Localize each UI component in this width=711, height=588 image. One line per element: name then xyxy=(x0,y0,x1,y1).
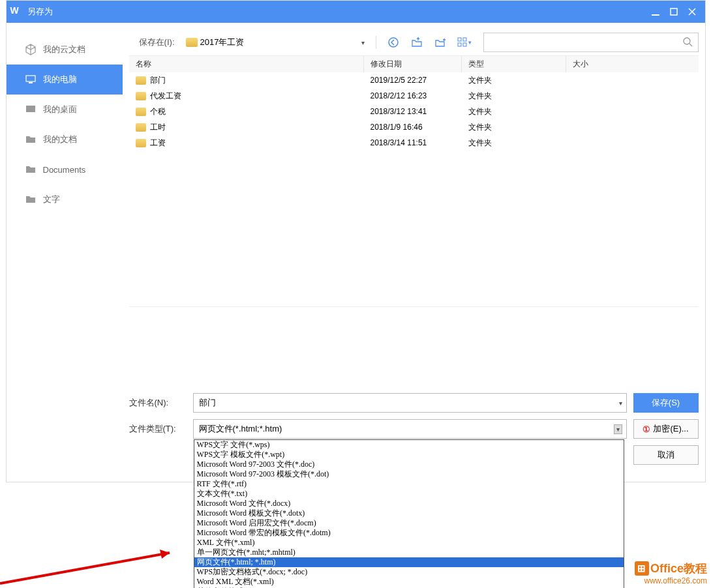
save-as-dialog: W 另存为 我的云文档 我的电脑 我的桌面 我的文档 xyxy=(6,0,706,482)
encrypt-button[interactable]: ①加密(E)... xyxy=(633,419,699,439)
filetype-option[interactable]: Word XML 文档(*.xml) xyxy=(194,577,624,587)
sidebar-item-label: 我的电脑 xyxy=(43,74,77,85)
sidebar-item-label: 我的云文档 xyxy=(43,44,85,55)
toolbar: 保存在(I): 2017年工资 ▾ ▾ xyxy=(129,29,699,55)
chevron-down-icon[interactable]: ▾ xyxy=(619,400,622,407)
filetype-label: 文件类型(T): xyxy=(129,423,187,435)
filetype-option[interactable]: Microsoft Word 文件(*.docx) xyxy=(194,499,624,508)
svg-point-10 xyxy=(684,38,690,44)
sidebar-item-desktop[interactable]: 我的桌面 xyxy=(7,95,123,125)
folder-icon xyxy=(136,123,146,132)
filetype-option[interactable]: Microsoft Word 带宏的模板文件(*.dotm) xyxy=(194,528,624,538)
main-panel: 保存在(I): 2017年工资 ▾ ▾ 名称 xyxy=(123,23,705,482)
monitor-icon xyxy=(25,74,37,85)
sidebar-item-documents[interactable]: Documents xyxy=(7,154,123,184)
sidebar-item-label: 我的桌面 xyxy=(43,104,77,115)
office-logo-icon: ⊞ xyxy=(635,561,649,576)
svg-line-11 xyxy=(0,553,170,583)
cube-icon xyxy=(25,44,37,55)
close-button[interactable] xyxy=(683,3,701,20)
save-button[interactable]: 保存(S) xyxy=(633,393,699,413)
filetype-option[interactable]: 单一网页文件(*.mht;*.mhtml) xyxy=(194,548,624,557)
folder-icon xyxy=(186,38,198,47)
annotation-arrow xyxy=(0,528,183,587)
file-list-header: 名称 修改日期 类型 大小 xyxy=(129,55,699,72)
filetype-option[interactable]: 网页文件(*.html; *.htm) xyxy=(194,557,624,567)
filetype-option[interactable]: Microsoft Word 模板文件(*.dotx) xyxy=(194,508,624,518)
bottom-fields: 文件名(N): 部门 ▾ 保存(S) 文件类型(T): 网页文件(*.html;… xyxy=(129,387,699,482)
folder-icon xyxy=(136,76,146,85)
search-icon xyxy=(682,37,693,49)
folder-icon xyxy=(25,194,37,205)
file-list[interactable]: 部门2019/12/5 22:27文件夹代发工资2018/2/12 16:23文… xyxy=(129,72,699,307)
back-button[interactable] xyxy=(384,33,402,51)
save-in-label: 保存在(I): xyxy=(129,37,175,48)
minimize-button[interactable] xyxy=(646,3,665,20)
filetype-option[interactable]: RTF 文件(*.rtf) xyxy=(194,479,624,489)
svg-rect-9 xyxy=(463,43,466,46)
watermark: ⊞Office教程 www.office26.com xyxy=(635,561,707,585)
svg-rect-4 xyxy=(26,106,35,112)
column-name[interactable]: 名称 xyxy=(129,56,364,72)
file-row[interactable]: 代发工资2018/2/12 16:23文件夹 xyxy=(129,88,699,104)
sidebar-item-mydocs[interactable]: 我的文档 xyxy=(7,125,123,154)
new-folder-button[interactable] xyxy=(431,33,449,51)
current-folder-name: 2017年工资 xyxy=(200,37,245,48)
folder-icon xyxy=(25,134,37,145)
filetype-dropdown-list[interactable]: WPS文字 文件(*.wps)WPS文字 模板文件(*.wpt)Microsof… xyxy=(194,439,624,588)
search-input[interactable] xyxy=(483,33,699,52)
folder-icon xyxy=(136,92,146,100)
maximize-button[interactable] xyxy=(665,3,683,20)
window-title: 另存为 xyxy=(27,6,646,18)
sidebar-item-label: 我的文档 xyxy=(43,134,77,145)
svg-rect-2 xyxy=(26,76,35,81)
view-button[interactable]: ▾ xyxy=(455,33,473,51)
cancel-button[interactable]: 取消 xyxy=(633,445,699,465)
folder-dropdown[interactable]: 2017年工资 ▾ xyxy=(183,35,369,50)
folder-icon xyxy=(136,139,146,147)
filename-label: 文件名(N): xyxy=(129,397,187,409)
file-row[interactable]: 工资2018/3/14 11:51文件夹 xyxy=(129,135,699,151)
titlebar[interactable]: W 另存为 xyxy=(7,1,705,23)
filetype-option[interactable]: 文本文件(*.txt) xyxy=(194,489,624,499)
chevron-down-icon[interactable]: ▾ xyxy=(614,424,622,434)
folder-icon xyxy=(136,108,146,116)
svg-point-5 xyxy=(389,38,398,47)
sidebar-item-label: 文字 xyxy=(43,194,60,205)
file-row[interactable]: 个税2018/3/12 13:41文件夹 xyxy=(129,104,699,119)
svg-rect-8 xyxy=(458,43,461,46)
svg-rect-0 xyxy=(652,14,659,16)
app-logo-icon: W xyxy=(10,5,23,18)
filetype-option[interactable]: Microsoft Word 97-2003 文件(*.doc) xyxy=(194,460,624,469)
filetype-option[interactable]: WPS文字 文件(*.wps) xyxy=(194,440,624,450)
filename-input[interactable]: 部门 ▾ xyxy=(193,393,627,413)
sidebar-item-computer[interactable]: 我的电脑 xyxy=(7,65,123,95)
filetype-option[interactable]: WPS加密文档格式(*.docx; *.doc) xyxy=(194,567,624,577)
sidebar: 我的云文档 我的电脑 我的桌面 我的文档 Documents 文字 xyxy=(7,23,123,482)
column-date[interactable]: 修改日期 xyxy=(364,56,462,72)
sidebar-item-text[interactable]: 文字 xyxy=(7,184,123,214)
desktop-icon xyxy=(25,104,37,115)
filetype-option[interactable]: WPS文字 模板文件(*.wpt) xyxy=(194,450,624,460)
filetype-dropdown[interactable]: 网页文件(*.html;*.htm) ▾ WPS文字 文件(*.wps)WPS文… xyxy=(193,419,627,439)
search-field[interactable] xyxy=(489,38,682,48)
filetype-option[interactable]: Microsoft Word 97-2003 模板文件(*.dot) xyxy=(194,469,624,479)
column-type[interactable]: 类型 xyxy=(462,56,566,72)
up-button[interactable] xyxy=(408,33,426,51)
chevron-down-icon: ▾ xyxy=(361,39,365,46)
svg-rect-6 xyxy=(458,38,461,41)
svg-marker-12 xyxy=(160,550,170,559)
sidebar-item-label: Documents xyxy=(43,165,86,175)
column-size[interactable]: 大小 xyxy=(566,56,699,72)
sidebar-item-cloud[interactable]: 我的云文档 xyxy=(7,35,123,65)
svg-rect-3 xyxy=(29,82,33,83)
filetype-option[interactable]: XML 文件(*.xml) xyxy=(194,538,624,548)
warning-icon: ① xyxy=(643,424,650,434)
file-row[interactable]: 工时2018/1/9 16:46文件夹 xyxy=(129,119,699,135)
filetype-option[interactable]: Microsoft Word 启用宏文件(*.docm) xyxy=(194,518,624,528)
svg-rect-7 xyxy=(463,38,466,41)
folder-icon xyxy=(25,164,37,175)
file-row[interactable]: 部门2019/12/5 22:27文件夹 xyxy=(129,72,699,88)
svg-rect-1 xyxy=(671,8,677,15)
